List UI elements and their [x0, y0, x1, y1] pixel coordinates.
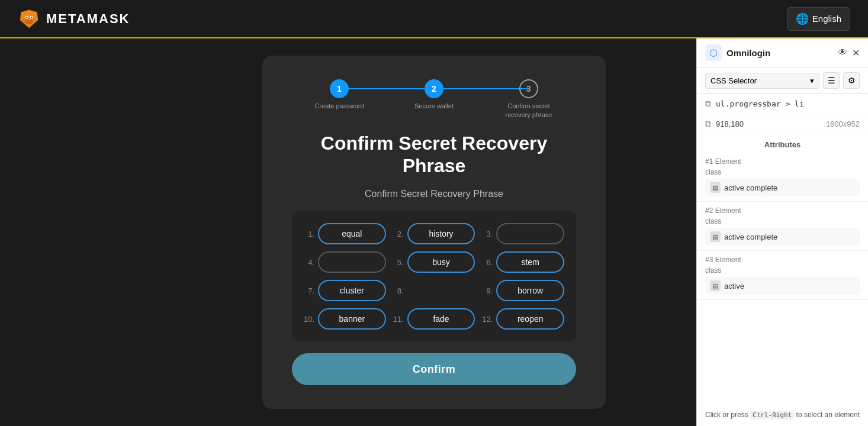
metamask-logo-text: METAMASK [46, 11, 130, 27]
coords-row: ⧉ 918,180 1600x952 [697, 114, 868, 134]
metamask-fox-icon [18, 8, 40, 30]
word-box-10[interactable]: banner [318, 308, 386, 330]
eye-icon[interactable]: 👁 [838, 47, 847, 58]
omnilogin-footer: Click or press Ctrl-Right to select an e… [697, 404, 868, 426]
word-item-12: 12. reopen [482, 308, 564, 330]
word-item-9: 9. borrow [482, 280, 564, 301]
word-item-1: 1. equal [304, 223, 386, 244]
element-1-block: #1 Element class ▤ active complete [697, 153, 868, 202]
word-num-3: 3. [482, 230, 493, 238]
word-num-6: 6. [482, 258, 493, 267]
element-2-class-label: class [705, 217, 860, 225]
svg-point-10 [31, 17, 32, 18]
selector-row: ⧉ ul.progressbar > li [697, 94, 868, 114]
dimensions-value: 1600x952 [826, 120, 860, 128]
word-num-10: 10. [304, 315, 314, 324]
step-3-circle: 3 [519, 79, 538, 98]
element-1-class-row: ▤ active complete [705, 179, 860, 196]
omnilogin-header: ⬡ Omnilogin 👁 ✕ [697, 38, 868, 67]
element-1-class-label: class [705, 168, 860, 176]
element-3-class-icon: ▤ [710, 280, 721, 291]
word-num-2: 2. [393, 230, 404, 238]
step-1-connector [339, 88, 434, 89]
word-num-1: 1. [304, 230, 314, 238]
element-1-class-icon: ▤ [710, 182, 721, 193]
word-box-8[interactable] [407, 280, 475, 301]
word-num-8: 8. [393, 286, 404, 295]
word-item-4: 4. [304, 251, 386, 273]
step-1-label: Create password [314, 102, 364, 111]
copy-coords-icon[interactable]: ⧉ [705, 119, 711, 129]
progress-stepper: 1 Create password 2 Secure wallet 3 Conf… [292, 79, 576, 120]
word-box-7[interactable]: cluster [318, 280, 386, 301]
word-num-12: 12. [482, 315, 493, 324]
list-view-icon[interactable]: ☰ [823, 72, 840, 89]
omnilogin-header-icons: 👁 ✕ [838, 47, 860, 59]
language-selector[interactable]: 🌐 English [787, 7, 850, 31]
word-box-9[interactable]: borrow [496, 280, 564, 301]
word-num-9: 9. [482, 286, 493, 295]
word-box-6[interactable]: stem [496, 251, 564, 273]
step-3-label: Confirm secret recovery phrase [502, 102, 555, 120]
step-1-circle: 1 [330, 79, 349, 98]
element-1-label: #1 Element [705, 157, 860, 166]
omnilogin-panel: ⬡ Omnilogin 👁 ✕ CSS Selector ▾ ☰ ⚙ ⧉ ul.… [696, 38, 868, 426]
omnilogin-toolbar: CSS Selector ▾ ☰ ⚙ [697, 67, 868, 94]
word-num-4: 4. [304, 258, 314, 267]
selector-value: ul.progressbar > li [716, 99, 804, 108]
logo-area: METAMASK [18, 8, 130, 30]
word-item-10: 10. banner [304, 308, 386, 330]
settings-icon[interactable]: ⚙ [843, 72, 860, 89]
word-box-3[interactable] [496, 223, 564, 244]
word-box-11[interactable]: fade [407, 308, 475, 330]
word-item-8: 8. [393, 280, 475, 301]
language-label: English [812, 14, 841, 24]
element-3-class-row: ▤ active [705, 277, 860, 295]
word-box-5[interactable]: busy [407, 251, 475, 273]
page-heading-main: Confirm Secret Recovery Phrase [292, 132, 576, 178]
globe-icon: 🌐 [796, 12, 809, 25]
word-box-2[interactable]: history [407, 223, 475, 244]
step-1: 1 Create password [292, 79, 387, 111]
footer-text-2: to select an element [796, 411, 860, 419]
element-3-block: #3 Element class ▤ active [697, 251, 868, 300]
svg-point-9 [26, 17, 27, 18]
element-1-class-value: active complete [724, 183, 777, 192]
word-num-7: 7. [304, 286, 314, 295]
confirm-button[interactable]: Confirm [292, 353, 576, 385]
footer-kbd: Ctrl-Right [750, 411, 794, 419]
footer-text-1: Click or press [705, 411, 750, 419]
copy-icon[interactable]: ⧉ [705, 99, 711, 109]
element-2-class-icon: ▤ [710, 231, 721, 242]
word-item-11: 11. fade [393, 308, 475, 330]
omnilogin-title: Omnilogin [726, 48, 833, 58]
word-item-2: 2. history [393, 223, 475, 244]
step-2-circle: 2 [425, 79, 443, 98]
word-num-11: 11. [393, 315, 404, 324]
element-2-block: #2 Element class ▤ active complete [697, 202, 868, 251]
element-3-class-value: active [724, 282, 744, 291]
element-3-label: #3 Element [705, 256, 860, 264]
coords-value: 918,180 [716, 120, 821, 128]
word-item-7: 7. cluster [304, 280, 386, 301]
omnilogin-icon: ⬡ [705, 44, 722, 61]
word-grid: 1. equal 2. history 3. 4. 5. busy 6. [292, 211, 576, 341]
element-3-class-label: class [705, 266, 860, 275]
word-num-5: 5. [393, 258, 404, 267]
word-box-1[interactable]: equal [318, 223, 386, 244]
word-box-4[interactable] [318, 251, 386, 273]
step-2: 2 Secure wallet [387, 79, 481, 111]
element-2-class-value: active complete [724, 233, 777, 241]
element-2-label: #2 Element [705, 206, 860, 215]
attributes-header: Attributes [697, 134, 868, 153]
step-2-connector [434, 88, 529, 89]
css-selector-label: CSS Selector [711, 76, 757, 85]
close-icon[interactable]: ✕ [852, 47, 860, 59]
word-item-5: 5. busy [393, 251, 475, 273]
main-content: 1 Create password 2 Secure wallet 3 Conf… [0, 38, 868, 426]
css-selector-dropdown[interactable]: CSS Selector ▾ [705, 73, 819, 89]
step-3: 3 Confirm secret recovery phrase [481, 79, 576, 120]
word-item-6: 6. stem [482, 251, 564, 273]
element-2-class-row: ▤ active complete [705, 228, 860, 246]
word-box-12[interactable]: reopen [496, 308, 564, 330]
